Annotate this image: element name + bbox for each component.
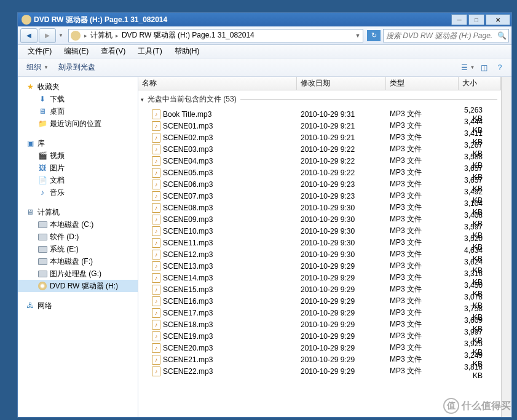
tree-favorites[interactable]: ★收藏夹 xyxy=(18,81,138,93)
view-mode-button[interactable]: ☰▼ xyxy=(461,61,475,74)
column-headers: 名称 修改日期 类型 大小 xyxy=(138,77,501,90)
file-row[interactable]: SCENE03.mp32010-10-29 9:22MP3 文件3,267 KB xyxy=(138,143,501,155)
file-row[interactable]: SCENE05.mp32010-10-29 9:22MP3 文件3,657 KB xyxy=(138,167,501,178)
tree-drive[interactable]: 系统 (E:) xyxy=(18,243,138,255)
file-row[interactable]: SCENE06.mp32010-10-29 9:23MP3 文件3,657 KB xyxy=(138,178,501,190)
group-header[interactable]: ▾ 光盘中当前包含的文件 (53) xyxy=(138,90,501,108)
address-dropdown[interactable]: ▼ xyxy=(353,33,363,39)
file-row[interactable]: SCENE14.mp32010-10-29 9:29MP3 文件3,316 KB xyxy=(138,272,501,283)
file-row[interactable]: SCENE15.mp32010-10-29 9:29MP3 文件3,450 KB xyxy=(138,283,501,295)
search-icon[interactable]: 🔍 xyxy=(495,30,508,42)
search-input[interactable] xyxy=(384,31,495,40)
tree-drive[interactable]: 本地磁盘 (C:) xyxy=(18,218,138,231)
drive-icon xyxy=(37,244,47,254)
tree-item[interactable]: 🖼图片 xyxy=(18,162,138,174)
menu-tools[interactable]: 工具(T) xyxy=(132,46,168,57)
history-dropdown[interactable]: ▼ xyxy=(57,33,65,38)
file-row[interactable]: SCENE17.mp32010-10-29 9:29MP3 文件3,758 KB xyxy=(138,307,501,319)
file-row[interactable]: SCENE13.mp32010-10-29 9:29MP3 文件3,624 KB xyxy=(138,260,501,272)
tree-drive[interactable]: DVD RW 驱动器 (H:) xyxy=(18,280,138,292)
file-row[interactable]: SCENE12.mp32010-10-29 9:30MP3 文件4,634 KB xyxy=(138,248,501,260)
close-button[interactable]: ✕ xyxy=(486,14,510,25)
file-row[interactable]: SCENE02.mp32010-10-29 9:21MP3 文件3,411 KB xyxy=(138,132,501,143)
file-row[interactable]: SCENE18.mp32010-10-29 9:29MP3 文件3,609 KB xyxy=(138,319,501,330)
file-type: MP3 文件 xyxy=(386,109,459,119)
mp3-file-icon xyxy=(152,203,160,213)
breadcrumb-computer[interactable]: 计算机 xyxy=(89,30,114,41)
tree-item[interactable]: 🎬视频 xyxy=(18,149,138,162)
mp3-file-icon xyxy=(152,121,160,131)
file-name: SCENE08.mp3 xyxy=(163,204,213,212)
dvd-icon xyxy=(71,31,81,41)
minimize-button[interactable]: ─ xyxy=(451,14,467,25)
breadcrumb-sep-icon: ▸ xyxy=(82,33,89,39)
mp3-file-icon xyxy=(152,343,160,353)
menu-edit[interactable]: 编辑(E) xyxy=(58,46,95,57)
help-icon[interactable]: ? xyxy=(493,61,507,74)
group-label: 光盘中当前包含的文件 (53) xyxy=(148,94,237,105)
menu-help[interactable]: 帮助(H) xyxy=(168,46,206,57)
file-row[interactable]: SCENE16.mp32010-10-29 9:29MP3 文件3,078 KB xyxy=(138,295,501,307)
organize-button[interactable]: 组织▼ xyxy=(22,62,53,73)
forward-button[interactable]: ► xyxy=(39,28,56,43)
column-date[interactable]: 修改日期 xyxy=(297,77,386,90)
tree-item[interactable]: 🖥桌面 xyxy=(18,105,138,117)
navigation-pane[interactable]: ★收藏夹 ⬇下载🖥桌面📁最近访问的位置 ▣库 🎬视频🖼图片📄文档♪音乐 🖥计算机… xyxy=(18,77,138,417)
file-name: SCENE13.mp3 xyxy=(163,262,213,271)
column-type[interactable]: 类型 xyxy=(386,77,459,90)
file-row[interactable]: SCENE08.mp32010-10-29 9:30MP3 文件3,104 KB xyxy=(138,202,501,213)
file-date: 2010-10-29 9:30 xyxy=(297,215,386,224)
collapse-icon[interactable]: ▾ xyxy=(141,97,144,103)
maximize-button[interactable]: □ xyxy=(468,14,484,25)
star-icon: ★ xyxy=(25,82,35,92)
folder-icon: 📁 xyxy=(37,119,47,129)
search-box[interactable]: 🔍 xyxy=(383,29,509,42)
tree-drive[interactable]: 软件 (D:) xyxy=(18,231,138,243)
file-row[interactable]: SCENE22.mp32010-10-29 9:29MP3 文件3,818 KB xyxy=(138,365,501,377)
file-date: 2010-10-29 9:30 xyxy=(297,227,386,236)
file-row[interactable]: SCENE09.mp32010-10-29 9:30MP3 文件3,408 KB xyxy=(138,213,501,225)
file-row[interactable]: SCENE19.mp32010-10-29 9:29MP3 文件3,997 KB xyxy=(138,330,501,342)
file-row[interactable]: SCENE20.mp32010-10-29 9:29MP3 文件3,925 KB xyxy=(138,342,501,354)
refresh-button[interactable]: ↻ xyxy=(367,30,381,41)
titlebar[interactable]: DVD RW 驱动器 (H:) Page.1 31_082014 ─ □ ✕ xyxy=(18,13,511,26)
file-date: 2010-10-29 9:29 xyxy=(297,367,386,376)
file-row[interactable]: SCENE04.mp32010-10-29 9:22MP3 文件3,588 KB xyxy=(138,155,501,167)
tree-item[interactable]: 📄文档 xyxy=(18,174,138,186)
file-list[interactable]: ▾ 光盘中当前包含的文件 (53) Book Title.mp32010-10-… xyxy=(138,90,501,417)
file-name: SCENE17.mp3 xyxy=(163,309,213,317)
mp3-file-icon xyxy=(152,355,160,365)
tree-libraries[interactable]: ▣库 xyxy=(18,137,138,149)
mp3-file-icon xyxy=(152,133,160,143)
tree-network[interactable]: 🖧网络 xyxy=(18,299,138,312)
tree-computer[interactable]: 🖥计算机 xyxy=(18,206,138,218)
tree-item[interactable]: 📁最近访问的位置 xyxy=(18,117,138,130)
back-button[interactable]: ◄ xyxy=(20,28,37,43)
breadcrumb-drive[interactable]: DVD RW 驱动器 (H:) Page.1 31_082014 xyxy=(120,30,256,41)
tree-item[interactable]: ⬇下载 xyxy=(18,93,138,105)
dvd-icon xyxy=(37,281,47,291)
menu-view[interactable]: 查看(V) xyxy=(95,46,132,57)
file-row[interactable]: Book Title.mp32010-10-29 9:31MP3 文件5,263… xyxy=(138,108,501,120)
file-type: MP3 文件 xyxy=(386,237,459,248)
menu-file[interactable]: 文件(F) xyxy=(22,46,58,57)
preview-pane-button[interactable]: ◫ xyxy=(477,61,491,74)
column-size[interactable]: 大小 xyxy=(459,77,501,90)
file-row[interactable]: SCENE01.mp32010-10-29 9:21MP3 文件3,444 KB xyxy=(138,120,501,132)
tree-drive[interactable]: 本地磁盘 (F:) xyxy=(18,255,138,267)
file-row[interactable]: SCENE07.mp32010-10-29 9:23MP3 文件3,492 KB xyxy=(138,190,501,202)
file-type: MP3 文件 xyxy=(386,366,459,376)
tree-drive[interactable]: 图片处理盘 (G:) xyxy=(18,267,138,280)
column-name[interactable]: 名称 xyxy=(138,77,297,90)
file-row[interactable]: SCENE11.mp32010-10-29 9:30MP3 文件3,520 KB xyxy=(138,237,501,248)
address-bar[interactable]: ▸ 计算机 ▸ DVD RW 驱动器 (H:) Page.1 31_082014… xyxy=(68,29,363,42)
file-size: 3,818 KB xyxy=(459,363,501,380)
vertical-scrollbar[interactable] xyxy=(501,77,511,417)
file-row[interactable]: SCENE21.mp32010-10-29 9:29MP3 文件3,249 KB xyxy=(138,354,501,365)
burn-button[interactable]: 刻录到光盘 xyxy=(53,62,100,73)
file-name: SCENE11.mp3 xyxy=(163,239,213,247)
file-row[interactable]: SCENE10.mp32010-10-29 9:30MP3 文件3,597 KB xyxy=(138,225,501,237)
mp3-file-icon xyxy=(152,238,160,248)
file-name: SCENE10.mp3 xyxy=(163,227,213,236)
tree-item[interactable]: ♪音乐 xyxy=(18,186,138,199)
